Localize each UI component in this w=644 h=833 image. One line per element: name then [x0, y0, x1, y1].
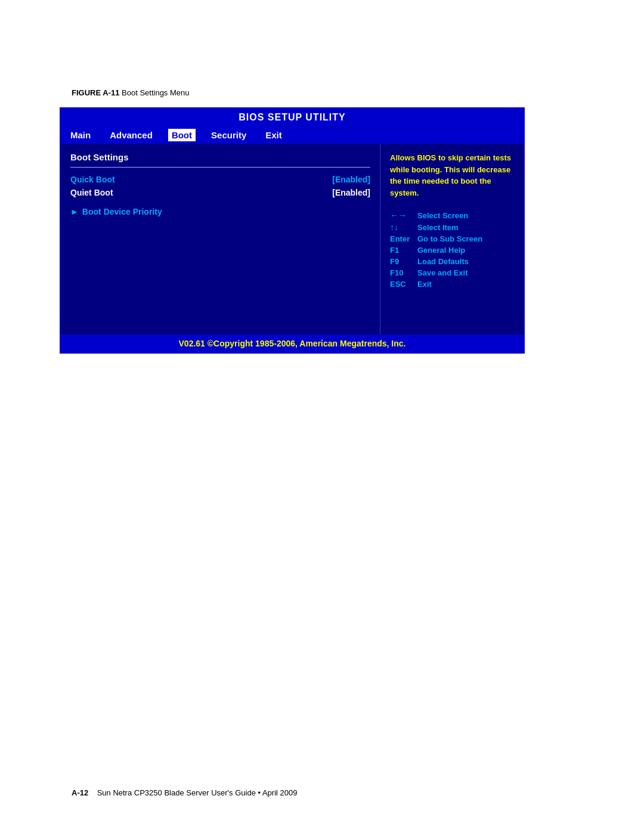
key-row-select-screen: ←→ Select Screen [390, 210, 514, 220]
key-select-item-desc: Select Item [417, 223, 459, 232]
key-general-help-desc: General Help [417, 246, 465, 255]
bios-right-panel: Allows BIOS to skip certain tests while … [380, 144, 524, 335]
menu-item-advanced[interactable]: Advanced [106, 129, 156, 141]
key-esc-key: ESC [390, 280, 414, 289]
bios-left-panel: Boot Settings Quick Boot [Enabled] Quiet… [61, 144, 380, 335]
key-select-screen-key: ←→ [390, 210, 414, 220]
key-row-save-exit: F10 Save and Exit [390, 268, 514, 277]
page-number: A-12 [72, 788, 88, 797]
bios-container: BIOS SETUP UTILITY Main Advanced Boot Se… [60, 107, 525, 354]
figure-label-bold: FIGURE A-11 [72, 88, 119, 97]
menu-item-boot[interactable]: Boot [168, 129, 196, 141]
bios-title: BIOS SETUP UTILITY [239, 112, 346, 122]
key-row-esc-exit: ESC Exit [390, 280, 514, 289]
quick-boot-value: [Enabled] [332, 175, 370, 184]
submenu-label: Boot Device Priority [82, 207, 162, 216]
page-footer: A-12 Sun Netra CP3250 Blade Server User'… [72, 788, 297, 797]
figure-title: Boot Settings Menu [122, 88, 189, 97]
bios-menu-bar: Main Advanced Boot Security Exit [61, 126, 524, 144]
submenu-arrow-icon: ► [70, 207, 79, 216]
bios-content: Boot Settings Quick Boot [Enabled] Quiet… [61, 144, 524, 335]
key-table: ←→ Select Screen ↑↓ Select Item Enter Go… [390, 210, 514, 289]
quiet-boot-label: Quiet Boot [70, 188, 113, 197]
key-sub-screen-desc: Go to Sub Screen [417, 234, 482, 243]
key-row-sub-screen: Enter Go to Sub Screen [390, 234, 514, 243]
quiet-boot-row[interactable]: Quiet Boot [Enabled] [70, 188, 370, 197]
bios-footer-text: V02.61 ©Copyright 1985-2006, American Me… [179, 339, 406, 348]
figure-label: FIGURE A-11 Boot Settings Menu [72, 88, 190, 97]
bios-wrapper: BIOS SETUP UTILITY Main Advanced Boot Se… [60, 107, 525, 354]
doc-title: Sun Netra CP3250 Blade Server User's Gui… [97, 788, 298, 797]
key-f9-key: F9 [390, 257, 414, 266]
section-title: Boot Settings [70, 152, 370, 162]
help-text: Allows BIOS to skip certain tests while … [390, 152, 514, 199]
menu-item-security[interactable]: Security [208, 129, 250, 141]
key-save-exit-desc: Save and Exit [417, 268, 468, 277]
section-divider [70, 167, 370, 168]
key-select-item-key: ↑↓ [390, 222, 414, 232]
menu-item-exit[interactable]: Exit [262, 129, 286, 141]
menu-item-main[interactable]: Main [67, 129, 94, 141]
key-load-defaults-desc: Load Defaults [417, 257, 469, 266]
key-f10-key: F10 [390, 268, 414, 277]
bios-footer: V02.61 ©Copyright 1985-2006, American Me… [61, 335, 524, 352]
key-enter-key: Enter [390, 234, 414, 243]
quick-boot-row[interactable]: Quick Boot [Enabled] [70, 175, 370, 184]
page-container: FIGURE A-11 Boot Settings Menu BIOS SETU… [0, 0, 644, 833]
key-esc-exit-desc: Exit [417, 280, 432, 289]
quiet-boot-value: [Enabled] [332, 188, 370, 197]
quick-boot-label: Quick Boot [70, 175, 115, 184]
key-row-load-defaults: F9 Load Defaults [390, 257, 514, 266]
key-row-general-help: F1 General Help [390, 246, 514, 255]
boot-device-priority-item[interactable]: ► Boot Device Priority [70, 207, 370, 216]
key-select-screen-desc: Select Screen [417, 211, 468, 220]
key-f1-key: F1 [390, 246, 414, 255]
bios-title-bar: BIOS SETUP UTILITY [61, 109, 524, 126]
key-row-select-item: ↑↓ Select Item [390, 222, 514, 232]
